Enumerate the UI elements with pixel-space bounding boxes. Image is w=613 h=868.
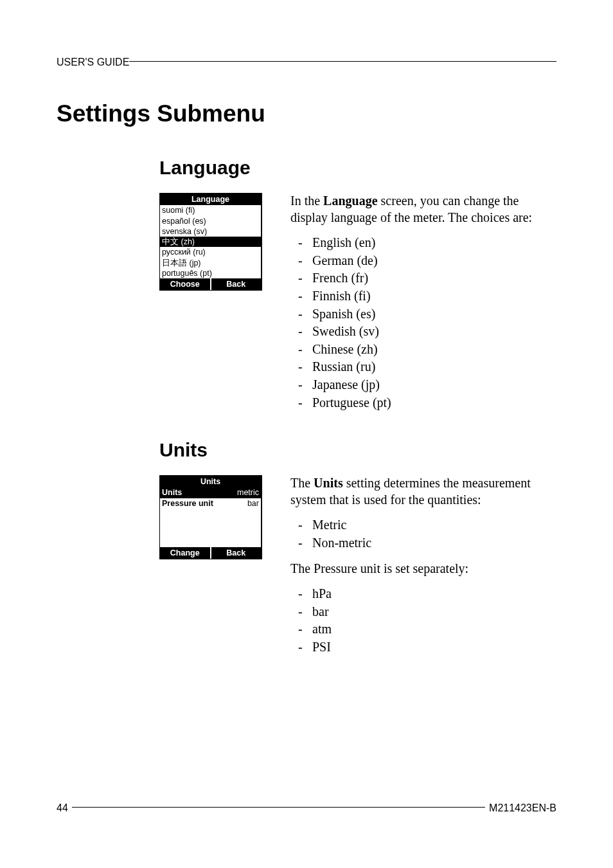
lcd-row-selected: Units metric <box>160 487 261 498</box>
lcd-row-value: bar <box>247 498 259 509</box>
running-footer: 44 M211423EN-B <box>57 802 556 814</box>
lcd-blank-area <box>160 509 261 547</box>
softkey-right[interactable]: Back <box>211 547 262 559</box>
units-paragraph-2: The Pressure unit is set separately: <box>290 561 556 577</box>
softkey-left[interactable]: Choose <box>160 278 210 290</box>
running-header: USER'S GUIDE <box>57 57 556 68</box>
language-list: English (en) German (de) French (fr) Fin… <box>290 235 556 411</box>
page: USER'S GUIDE Settings Submenu Language L… <box>0 0 613 868</box>
units-block: Units Units metric Pressure unit bar Cha… <box>57 475 556 664</box>
units-list-2: hPa bar atm PSI <box>290 586 556 655</box>
softkey-left[interactable]: Change <box>160 547 210 559</box>
lcd-softkey-bar: Choose Back <box>160 278 261 290</box>
list-item: Finnish (fi) <box>294 288 556 305</box>
list-item: German (de) <box>294 253 556 269</box>
list-item: Spanish (es) <box>294 306 556 323</box>
lcd-list-item-selected: 中文 (zh) <box>160 237 261 247</box>
lcd-list-item: suomi (fi) <box>160 205 261 215</box>
header-rule <box>129 61 556 62</box>
list-item: Metric <box>294 517 556 534</box>
list-item: atm <box>294 621 556 638</box>
lcd-titlebar: Language <box>160 194 261 205</box>
list-item: Russian (ru) <box>294 359 556 375</box>
list-item: English (en) <box>294 235 556 251</box>
language-block: Language suomi (fi) español (es) svenska… <box>57 193 556 420</box>
list-item: bar <box>294 604 556 620</box>
section-title: Settings Submenu <box>57 100 556 127</box>
units-screenshot-col: Units Units metric Pressure unit bar Cha… <box>159 475 275 559</box>
lcd-list-item: svenska (sv) <box>160 226 261 237</box>
lcd-list-item: русский (ru) <box>160 247 261 257</box>
units-paragraph-1: The Units setting determines the measure… <box>290 475 556 508</box>
lcd-list-item: português (pt) <box>160 268 261 278</box>
list-item: PSI <box>294 639 556 656</box>
units-lcd: Units Units metric Pressure unit bar Cha… <box>159 475 262 559</box>
lcd-list-item: español (es) <box>160 216 261 226</box>
page-number: 44 <box>57 802 68 814</box>
lcd-softkey-bar: Change Back <box>160 547 261 559</box>
lcd-row-label: Pressure unit <box>162 498 213 509</box>
lcd-row-value: metric <box>237 487 259 498</box>
language-text: In the Language screen, you can change t… <box>290 193 556 420</box>
language-paragraph: In the Language screen, you can change t… <box>290 193 556 226</box>
language-lcd: Language suomi (fi) español (es) svenska… <box>159 193 262 291</box>
list-item: Portuguese (pt) <box>294 395 556 411</box>
list-item: Japanese (jp) <box>294 377 556 393</box>
lcd-body: suomi (fi) español (es) svenska (sv) 中文 … <box>160 205 261 278</box>
language-screenshot-col: Language suomi (fi) español (es) svenska… <box>159 193 275 291</box>
units-list-1: Metric Non-metric <box>290 517 556 551</box>
softkey-right[interactable]: Back <box>211 278 262 290</box>
lcd-list-item: 日本語 (jp) <box>160 258 261 268</box>
list-item: hPa <box>294 586 556 602</box>
list-item: Chinese (zh) <box>294 341 556 358</box>
list-item: French (fr) <box>294 270 556 287</box>
header-title: USER'S GUIDE <box>57 57 129 68</box>
language-heading: Language <box>159 157 556 179</box>
units-heading: Units <box>159 439 556 461</box>
list-item: Swedish (sv) <box>294 323 556 340</box>
lcd-row-label: Units <box>162 487 182 498</box>
lcd-titlebar: Units <box>160 476 261 487</box>
units-text: The Units setting determines the measure… <box>290 475 556 664</box>
footer-rule <box>72 807 485 808</box>
lcd-row: Pressure unit bar <box>160 498 261 509</box>
lcd-body: Units metric Pressure unit bar <box>160 487 261 547</box>
document-id: M211423EN-B <box>489 802 556 814</box>
list-item: Non-metric <box>294 535 556 552</box>
